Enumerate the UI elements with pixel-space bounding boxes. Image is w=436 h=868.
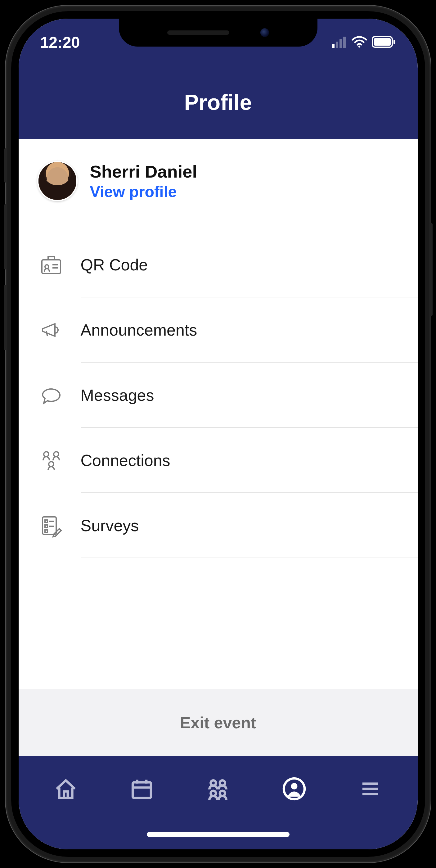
svg-rect-18: [45, 525, 48, 527]
svg-rect-6: [374, 38, 391, 45]
svg-rect-21: [133, 782, 151, 798]
svg-rect-0: [332, 44, 335, 48]
profile-tab[interactable]: [277, 772, 311, 806]
home-icon: [53, 776, 79, 802]
menu-list: QR Code Announcements: [19, 220, 418, 558]
notch: [119, 19, 317, 46]
page-title: Profile: [19, 68, 418, 139]
svg-rect-2: [340, 39, 342, 48]
people-icon: [37, 446, 65, 474]
svg-point-30: [291, 783, 297, 789]
menu-item-announcements[interactable]: Announcements: [19, 298, 418, 363]
profile-name: Sherri Daniel: [90, 161, 197, 182]
menu-item-surveys[interactable]: Surveys: [19, 493, 418, 558]
svg-point-12: [44, 452, 49, 457]
speaker-grille: [167, 30, 229, 35]
profile-circle-icon: [281, 776, 307, 802]
battery-icon: [372, 34, 396, 52]
menu-item-messages[interactable]: Messages: [19, 363, 418, 428]
badge-icon: [37, 251, 65, 279]
mute-switch: [4, 148, 7, 183]
menu-item-label: Connections: [81, 451, 170, 470]
profile-header[interactable]: Sherri Daniel View profile: [19, 139, 418, 220]
tab-bar: [19, 756, 418, 849]
svg-rect-7: [394, 40, 395, 44]
calendar-icon: [129, 776, 155, 802]
exit-event-button[interactable]: Exit event: [19, 689, 418, 756]
survey-icon: [37, 512, 65, 539]
calendar-tab[interactable]: [125, 772, 159, 806]
menu-item-qr-code[interactable]: QR Code: [19, 232, 418, 298]
svg-rect-16: [45, 520, 48, 523]
menu-item-label: Announcements: [81, 321, 197, 339]
chat-icon: [37, 381, 65, 409]
svg-rect-1: [336, 41, 338, 48]
menu-item-label: QR Code: [81, 255, 148, 274]
svg-point-14: [49, 462, 54, 467]
menu-item-label: Messages: [81, 386, 154, 404]
hamburger-icon: [357, 776, 383, 802]
svg-rect-20: [45, 530, 48, 532]
svg-point-4: [358, 45, 360, 48]
home-tab[interactable]: [49, 772, 83, 806]
avatar[interactable]: [37, 161, 77, 201]
front-camera: [260, 28, 269, 37]
svg-rect-3: [343, 37, 346, 48]
svg-point-13: [54, 452, 59, 457]
menu-tab[interactable]: [353, 772, 387, 806]
home-indicator[interactable]: [147, 832, 289, 837]
attendees-tab[interactable]: [201, 772, 235, 806]
cellular-icon: [332, 34, 347, 52]
status-time: 12:20: [40, 34, 80, 52]
wifi-icon: [351, 34, 367, 52]
menu-item-label: Surveys: [81, 516, 139, 535]
attendees-icon: [205, 776, 231, 802]
volume-down-button: [4, 285, 7, 350]
megaphone-icon: [37, 316, 65, 344]
phone-frame: 12:20: [6, 6, 431, 862]
menu-item-connections[interactable]: Connections: [19, 428, 418, 493]
volume-up-button: [4, 204, 7, 270]
power-button: [430, 223, 433, 316]
view-profile-link[interactable]: View profile: [90, 183, 197, 201]
